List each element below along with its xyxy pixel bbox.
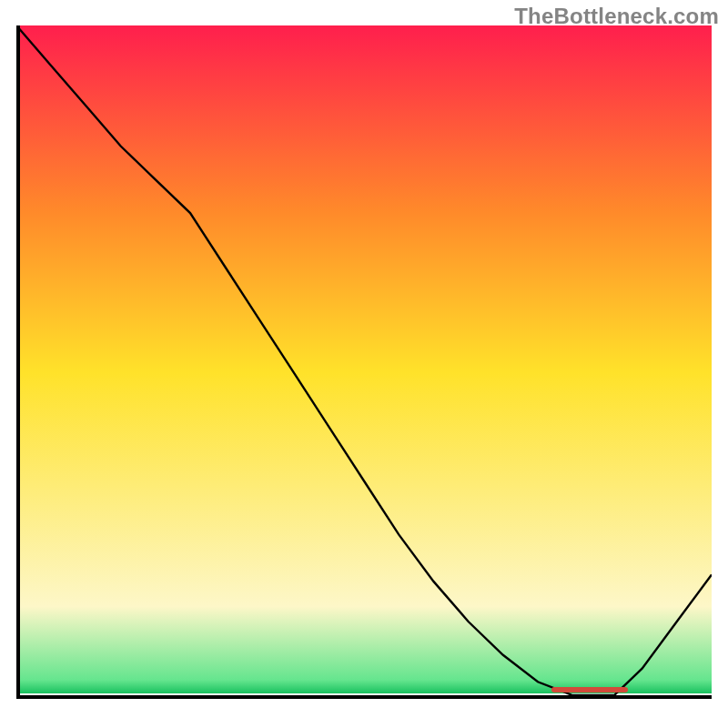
bottleneck-curve (16, 25, 712, 695)
plot-area (16, 25, 712, 712)
curve-svg (16, 25, 712, 699)
chart-stage: TheBottleneck.com (0, 0, 728, 728)
optimal-range-marker (551, 687, 628, 693)
